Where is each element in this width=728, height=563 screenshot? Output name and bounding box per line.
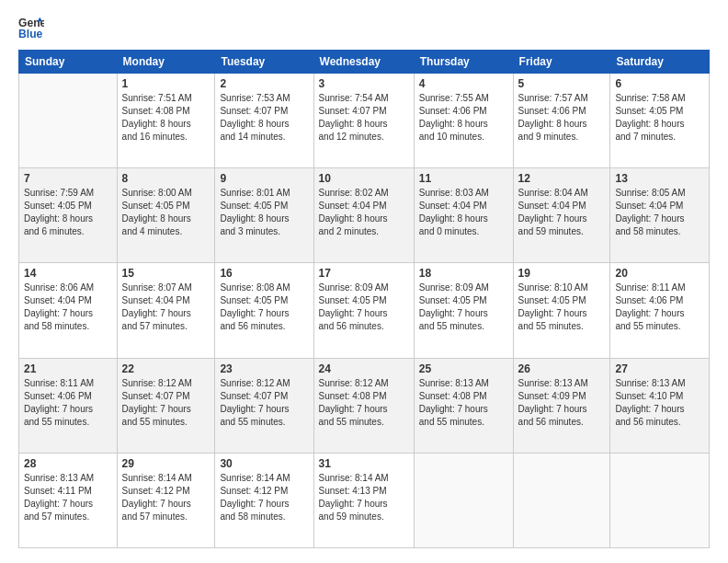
day-number: 21 — [24, 362, 112, 375]
calendar-week-row: 28Sunrise: 8:13 AM Sunset: 4:11 PM Dayli… — [19, 453, 710, 547]
logo: General Blue — [18, 15, 44, 40]
weekday-header-thursday: Thursday — [414, 51, 513, 74]
day-info: Sunrise: 7:55 AM Sunset: 4:06 PM Dayligh… — [419, 92, 508, 144]
day-info: Sunrise: 7:51 AM Sunset: 4:08 PM Dayligh… — [122, 92, 210, 144]
day-number: 18 — [419, 267, 508, 280]
weekday-header-row: SundayMondayTuesdayWednesdayThursdayFrid… — [19, 51, 710, 74]
weekday-header-sunday: Sunday — [19, 51, 118, 74]
day-info: Sunrise: 7:58 AM Sunset: 4:05 PM Dayligh… — [615, 92, 704, 144]
day-number: 17 — [319, 267, 409, 280]
calendar-cell: 15Sunrise: 8:07 AM Sunset: 4:04 PM Dayli… — [117, 263, 215, 358]
day-number: 5 — [518, 77, 606, 90]
day-info: Sunrise: 8:11 AM Sunset: 4:06 PM Dayligh… — [24, 377, 112, 429]
day-number: 13 — [615, 172, 704, 185]
calendar-cell: 29Sunrise: 8:14 AM Sunset: 4:12 PM Dayli… — [117, 453, 215, 547]
day-number: 28 — [24, 457, 112, 470]
day-number: 20 — [615, 267, 704, 280]
calendar-cell — [19, 74, 118, 168]
calendar-cell: 4Sunrise: 7:55 AM Sunset: 4:06 PM Daylig… — [414, 74, 513, 168]
calendar-cell: 1Sunrise: 7:51 AM Sunset: 4:08 PM Daylig… — [117, 74, 215, 168]
header: General Blue — [18, 15, 710, 40]
calendar-cell — [513, 453, 610, 547]
day-info: Sunrise: 8:13 AM Sunset: 4:10 PM Dayligh… — [615, 377, 704, 429]
day-info: Sunrise: 8:10 AM Sunset: 4:05 PM Dayligh… — [518, 282, 606, 333]
day-info: Sunrise: 8:14 AM Sunset: 4:12 PM Dayligh… — [220, 472, 308, 523]
calendar-cell: 31Sunrise: 8:14 AM Sunset: 4:13 PM Dayli… — [313, 453, 414, 547]
calendar-cell: 3Sunrise: 7:54 AM Sunset: 4:07 PM Daylig… — [313, 74, 414, 168]
day-info: Sunrise: 7:59 AM Sunset: 4:05 PM Dayligh… — [24, 187, 112, 238]
calendar-week-row: 14Sunrise: 8:06 AM Sunset: 4:04 PM Dayli… — [19, 263, 710, 358]
calendar-week-row: 1Sunrise: 7:51 AM Sunset: 4:08 PM Daylig… — [19, 74, 710, 168]
calendar-cell: 12Sunrise: 8:04 AM Sunset: 4:04 PM Dayli… — [513, 168, 610, 263]
day-number: 3 — [319, 77, 409, 90]
day-number: 19 — [518, 267, 606, 280]
day-info: Sunrise: 8:14 AM Sunset: 4:13 PM Dayligh… — [319, 472, 409, 523]
calendar-cell: 2Sunrise: 7:53 AM Sunset: 4:07 PM Daylig… — [215, 74, 313, 168]
day-number: 23 — [220, 362, 308, 375]
day-info: Sunrise: 8:02 AM Sunset: 4:04 PM Dayligh… — [319, 187, 409, 238]
calendar-cell: 5Sunrise: 7:57 AM Sunset: 4:06 PM Daylig… — [513, 74, 610, 168]
day-info: Sunrise: 8:06 AM Sunset: 4:04 PM Dayligh… — [24, 282, 112, 333]
calendar-cell: 27Sunrise: 8:13 AM Sunset: 4:10 PM Dayli… — [610, 358, 710, 453]
calendar-cell: 6Sunrise: 7:58 AM Sunset: 4:05 PM Daylig… — [610, 74, 710, 168]
day-number: 6 — [615, 77, 704, 90]
calendar-cell: 30Sunrise: 8:14 AM Sunset: 4:12 PM Dayli… — [215, 453, 313, 547]
day-info: Sunrise: 8:13 AM Sunset: 4:11 PM Dayligh… — [24, 472, 112, 523]
day-number: 9 — [220, 172, 308, 185]
day-number: 24 — [319, 362, 409, 375]
day-number: 11 — [419, 172, 508, 185]
day-number: 4 — [419, 77, 508, 90]
calendar-week-row: 21Sunrise: 8:11 AM Sunset: 4:06 PM Dayli… — [19, 358, 710, 453]
day-number: 26 — [518, 362, 606, 375]
day-info: Sunrise: 8:01 AM Sunset: 4:05 PM Dayligh… — [220, 187, 308, 238]
day-info: Sunrise: 7:57 AM Sunset: 4:06 PM Dayligh… — [518, 92, 606, 144]
weekday-header-wednesday: Wednesday — [313, 51, 414, 74]
day-number: 10 — [319, 172, 409, 185]
weekday-header-tuesday: Tuesday — [215, 51, 313, 74]
day-info: Sunrise: 8:05 AM Sunset: 4:04 PM Dayligh… — [615, 187, 704, 238]
day-number: 30 — [220, 457, 308, 470]
day-info: Sunrise: 8:13 AM Sunset: 4:08 PM Dayligh… — [419, 377, 508, 429]
weekday-header-saturday: Saturday — [610, 51, 710, 74]
calendar-cell: 23Sunrise: 8:12 AM Sunset: 4:07 PM Dayli… — [215, 358, 313, 453]
calendar-cell: 7Sunrise: 7:59 AM Sunset: 4:05 PM Daylig… — [19, 168, 118, 263]
svg-text:Blue: Blue — [18, 28, 43, 40]
calendar-cell: 21Sunrise: 8:11 AM Sunset: 4:06 PM Dayli… — [19, 358, 118, 453]
calendar-cell: 11Sunrise: 8:03 AM Sunset: 4:04 PM Dayli… — [414, 168, 513, 263]
day-number: 1 — [122, 77, 210, 90]
calendar-cell: 20Sunrise: 8:11 AM Sunset: 4:06 PM Dayli… — [610, 263, 710, 358]
calendar-cell: 13Sunrise: 8:05 AM Sunset: 4:04 PM Dayli… — [610, 168, 710, 263]
calendar-cell: 18Sunrise: 8:09 AM Sunset: 4:05 PM Dayli… — [414, 263, 513, 358]
day-info: Sunrise: 8:09 AM Sunset: 4:05 PM Dayligh… — [319, 282, 409, 333]
calendar-cell: 16Sunrise: 8:08 AM Sunset: 4:05 PM Dayli… — [215, 263, 313, 358]
calendar-cell — [610, 453, 710, 547]
day-number: 31 — [319, 457, 409, 470]
day-info: Sunrise: 8:11 AM Sunset: 4:06 PM Dayligh… — [615, 282, 704, 333]
calendar-cell: 9Sunrise: 8:01 AM Sunset: 4:05 PM Daylig… — [215, 168, 313, 263]
calendar-cell: 24Sunrise: 8:12 AM Sunset: 4:08 PM Dayli… — [313, 358, 414, 453]
day-number: 15 — [122, 267, 210, 280]
weekday-header-friday: Friday — [513, 51, 610, 74]
day-number: 7 — [24, 172, 112, 185]
day-number: 16 — [220, 267, 308, 280]
day-number: 29 — [122, 457, 210, 470]
day-number: 14 — [24, 267, 112, 280]
day-number: 27 — [615, 362, 704, 375]
day-info: Sunrise: 8:09 AM Sunset: 4:05 PM Dayligh… — [419, 282, 508, 333]
day-info: Sunrise: 7:54 AM Sunset: 4:07 PM Dayligh… — [319, 92, 409, 144]
day-number: 22 — [122, 362, 210, 375]
day-info: Sunrise: 8:13 AM Sunset: 4:09 PM Dayligh… — [518, 377, 606, 429]
logo-icon: General Blue — [18, 15, 44, 40]
day-number: 12 — [518, 172, 606, 185]
calendar-cell: 8Sunrise: 8:00 AM Sunset: 4:05 PM Daylig… — [117, 168, 215, 263]
calendar-cell: 17Sunrise: 8:09 AM Sunset: 4:05 PM Dayli… — [313, 263, 414, 358]
day-info: Sunrise: 8:04 AM Sunset: 4:04 PM Dayligh… — [518, 187, 606, 238]
page: General Blue SundayMondayTuesdayWednesda… — [0, 0, 728, 563]
calendar-cell: 25Sunrise: 8:13 AM Sunset: 4:08 PM Dayli… — [414, 358, 513, 453]
day-info: Sunrise: 8:12 AM Sunset: 4:07 PM Dayligh… — [220, 377, 308, 429]
day-info: Sunrise: 8:12 AM Sunset: 4:08 PM Dayligh… — [319, 377, 409, 429]
day-info: Sunrise: 8:00 AM Sunset: 4:05 PM Dayligh… — [122, 187, 210, 238]
day-number: 25 — [419, 362, 508, 375]
calendar-week-row: 7Sunrise: 7:59 AM Sunset: 4:05 PM Daylig… — [19, 168, 710, 263]
day-info: Sunrise: 8:07 AM Sunset: 4:04 PM Dayligh… — [122, 282, 210, 333]
